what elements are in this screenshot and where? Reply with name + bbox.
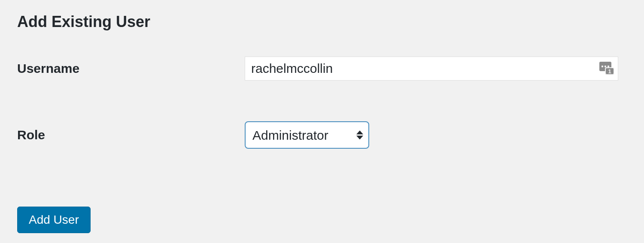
svg-point-1 — [601, 66, 603, 67]
svg-text:1: 1 — [608, 68, 611, 75]
role-label: Role — [17, 128, 245, 142]
username-row: Username 1 — [17, 57, 627, 81]
role-select-wrapper: Administrator — [245, 121, 369, 149]
add-user-button[interactable]: Add User — [17, 207, 91, 233]
username-label: Username — [17, 61, 245, 76]
svg-point-3 — [608, 66, 609, 67]
autofill-icon: 1 — [599, 62, 615, 75]
page-title: Add Existing User — [17, 13, 627, 31]
svg-point-2 — [605, 66, 606, 67]
role-row: Role Administrator — [17, 121, 627, 149]
role-select[interactable]: Administrator — [245, 121, 369, 149]
username-input-wrapper: 1 — [245, 57, 618, 81]
username-input[interactable] — [245, 57, 618, 81]
